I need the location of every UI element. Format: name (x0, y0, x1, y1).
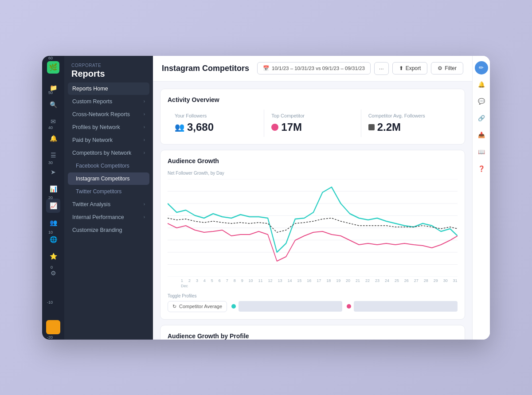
activity-overview-card: Activity Overview Your Followers 👥 3,680… (160, 89, 465, 145)
chevron-icon: › (144, 125, 145, 129)
library-button[interactable]: 📖 (475, 145, 488, 159)
help-button[interactable]: ❓ (475, 162, 488, 176)
sidebar-item-customize-branding[interactable]: Customize Branding (68, 224, 149, 236)
sidebar-item-twitter-analysis[interactable]: Twitter Analysis › (68, 198, 149, 211)
date-range-text: 10/1/23 – 10/31/23 vs 09/1/23 – 09/31/23 (272, 66, 365, 71)
messages-button[interactable]: 💬 (475, 95, 488, 108)
calendar-icon: 📅 (263, 65, 269, 71)
top-competitor-value: 17M (271, 121, 353, 133)
sidebar: Corporate Reports Reports Home Custom Re… (64, 56, 153, 340)
avg-followers-value: 2.2M (368, 121, 450, 133)
competitor-dot-icon (271, 124, 278, 131)
competitor-square-icon (368, 124, 375, 130)
metrics-row: Your Followers 👥 3,680 Top Competitor 17… (168, 110, 458, 137)
right-panel: ✏ 🔔 💬 🔗 📥 📖 ❓ (472, 56, 490, 340)
sidebar-title: Reports (71, 69, 146, 79)
chevron-icon: › (144, 137, 145, 142)
audience-growth-card: Audience Growth Net Follower Growth, by … (160, 150, 465, 320)
audience-growth-title: Audience Growth (168, 157, 458, 164)
chevron-icon: › (144, 112, 145, 117)
chart-month-label: Dec (168, 284, 458, 288)
sidebar-item-internal-performance[interactable]: Internal Performance › (68, 211, 149, 223)
export-icon: ⬆ (399, 65, 403, 71)
chevron-icon: › (144, 150, 145, 155)
activity-overview-title: Activity Overview (168, 96, 458, 103)
sidebar-nav: Reports Home Custom Reports › Cross-Netw… (64, 82, 153, 237)
avg-followers-label: Competitor Avg. Followers (368, 113, 450, 118)
sidebar-item-twitter-competitors[interactable]: Twitter Competitors (68, 185, 149, 198)
toggle-label: Toggle Profiles (168, 293, 458, 298)
your-followers-label: Your Followers (175, 113, 257, 118)
sidebar-item-cross-network[interactable]: Cross-Network Reports › (68, 108, 149, 121)
sidebar-item-custom-reports[interactable]: Custom Reports › (68, 95, 149, 108)
more-options-button[interactable]: ··· (374, 62, 389, 75)
date-range-button[interactable]: 📅 10/1/23 – 10/31/23 vs 09/1/23 – 09/31/… (257, 62, 371, 74)
teal-dot-icon (231, 304, 236, 309)
sidebar-item-profiles-by-network[interactable]: Profiles by Network › (68, 121, 149, 133)
top-competitor-metric: Top Competitor 17M (264, 110, 361, 137)
top-competitor-label: Top Competitor (271, 113, 353, 118)
audience-growth-by-profile-title: Audience Growth by Profile (168, 332, 458, 340)
chart-x-labels: 1 2 3 4 5 6 7 8 9 10 11 12 13 (168, 278, 458, 283)
your-followers-value: 👥 3,680 (175, 121, 257, 133)
filter-icon: ⚙ (438, 65, 442, 71)
pink-toggle-bar[interactable] (354, 301, 458, 312)
chevron-icon: › (144, 99, 145, 104)
edit-button[interactable]: ✏ (475, 61, 488, 74)
toggle-profiles-section: Toggle Profiles ↻ Competitor Average (168, 293, 458, 312)
notifications-button[interactable]: 🔔 (475, 78, 488, 91)
links-button[interactable]: 🔗 (475, 112, 488, 125)
sidebar-item-reports-home[interactable]: Reports Home (68, 82, 149, 95)
audience-growth-by-profile-card: Audience Growth by Profile (160, 325, 465, 340)
content-area[interactable]: Activity Overview Your Followers 👥 3,680… (153, 82, 472, 340)
chevron-icon: › (144, 202, 145, 207)
export-button[interactable]: ⬆ Export (392, 62, 428, 74)
header-actions: 📅 10/1/23 – 10/31/23 vs 09/1/23 – 09/31/… (257, 62, 463, 75)
inbox-button[interactable]: 📥 (475, 129, 488, 142)
pink-dot-icon (347, 304, 351, 309)
main-header: Instagram Competitors 📅 10/1/23 – 10/31/… (153, 56, 472, 82)
toggle-row: ↻ Competitor Average (168, 301, 458, 312)
sidebar-header: Corporate Reports (64, 56, 153, 82)
chevron-icon: › (144, 215, 145, 219)
sidebar-item-competitors-by-network[interactable]: Competitors by Network › (68, 147, 149, 159)
avg-followers-metric: Competitor Avg. Followers 2.2M (361, 110, 458, 137)
chart-label: Net Follower Growth, by Day (168, 171, 458, 176)
your-followers-metric: Your Followers 👥 3,680 (168, 110, 264, 137)
corp-label: Corporate (71, 63, 146, 68)
main-content: Instagram Competitors 📅 10/1/23 – 10/31/… (153, 56, 472, 340)
sidebar-item-paid-by-network[interactable]: Paid by Network › (68, 134, 149, 146)
refresh-icon: ↻ (172, 304, 176, 309)
followers-icon: 👥 (175, 122, 184, 132)
page-title: Instagram Competitors (162, 64, 249, 73)
competitor-avg-toggle[interactable]: ↻ Competitor Average (168, 301, 227, 312)
sidebar-item-instagram-competitors[interactable]: Instagram Competitors (68, 172, 149, 185)
sidebar-item-facebook-competitors[interactable]: Facebook Competitors (68, 160, 149, 172)
audience-growth-chart (168, 179, 458, 277)
teal-toggle-bar[interactable] (239, 301, 342, 312)
filter-button[interactable]: ⚙ Filter (431, 62, 463, 74)
